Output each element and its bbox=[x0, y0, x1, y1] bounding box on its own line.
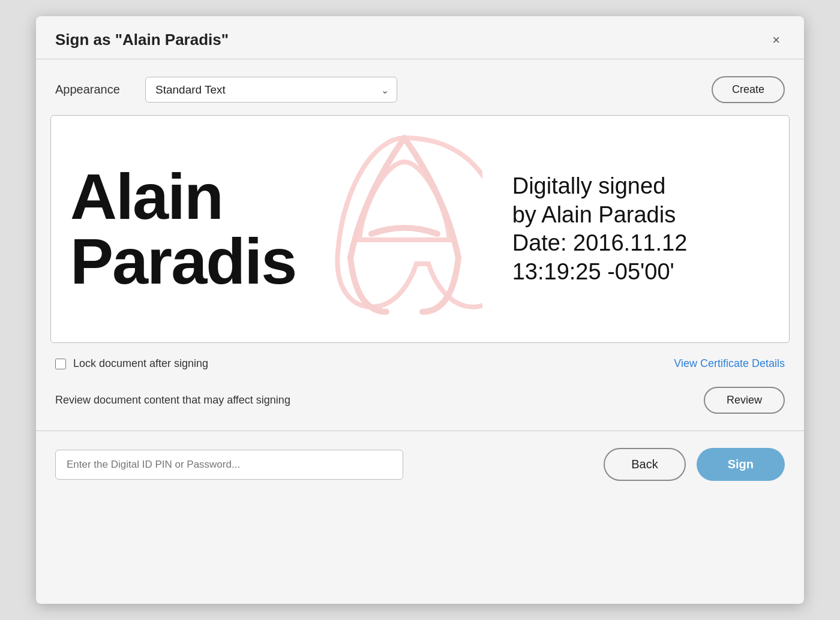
review-row: Review document content that may affect … bbox=[36, 381, 804, 431]
signature-name-line2: Paradis bbox=[70, 229, 296, 294]
appearance-select-wrapper: Standard Text Custom Signature ⌄ bbox=[145, 77, 397, 103]
create-button[interactable]: Create bbox=[712, 76, 785, 103]
close-button[interactable]: × bbox=[767, 31, 785, 49]
lock-row: Lock document after signing View Certifi… bbox=[36, 357, 804, 381]
signature-preview: Alain Paradis Digitally signed by Alain … bbox=[50, 115, 790, 343]
appearance-label: Appearance bbox=[55, 83, 133, 97]
signature-info: Digitally signed by Alain Paradis Date: … bbox=[512, 172, 688, 286]
dialog-header: Sign as "Alain Paradis" × bbox=[36, 16, 804, 59]
lock-left: Lock document after signing bbox=[55, 357, 208, 370]
lock-label: Lock document after signing bbox=[73, 357, 208, 370]
review-label: Review document content that may affect … bbox=[55, 394, 290, 407]
view-certificate-link[interactable]: View Certificate Details bbox=[674, 357, 785, 370]
pin-input[interactable] bbox=[55, 450, 403, 480]
signature-info-area: Digitally signed by Alain Paradis Date: … bbox=[420, 116, 789, 342]
bottom-row: Back Sign bbox=[36, 431, 804, 500]
appearance-row: Appearance Standard Text Custom Signatur… bbox=[36, 59, 804, 115]
signature-name: Alain Paradis bbox=[70, 164, 296, 294]
appearance-dropdown[interactable]: Standard Text Custom Signature bbox=[145, 77, 397, 103]
sign-dialog: Sign as "Alain Paradis" × Appearance Sta… bbox=[36, 16, 804, 604]
bottom-buttons: Back Sign bbox=[604, 448, 785, 481]
lock-checkbox[interactable] bbox=[55, 359, 66, 369]
sig-info-line1: Digitally signed bbox=[512, 172, 688, 201]
signature-name-area: Alain Paradis bbox=[51, 116, 420, 342]
sig-info-line4: 13:19:25 -05'00' bbox=[512, 258, 688, 287]
sig-info-line3: Date: 2016.11.12 bbox=[512, 229, 688, 258]
sig-info-line2: by Alain Paradis bbox=[512, 201, 688, 230]
back-button[interactable]: Back bbox=[604, 448, 685, 481]
sign-button[interactable]: Sign bbox=[697, 448, 785, 481]
dialog-title: Sign as "Alain Paradis" bbox=[55, 31, 229, 49]
signature-name-line1: Alain bbox=[70, 164, 296, 229]
review-button[interactable]: Review bbox=[704, 387, 785, 414]
